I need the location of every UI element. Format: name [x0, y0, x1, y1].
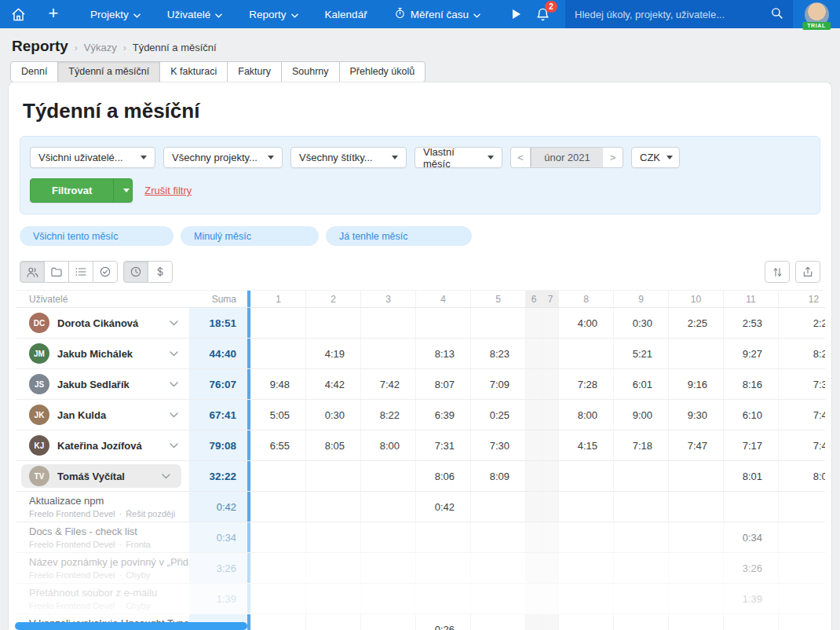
quick-filter-vsichni-tento-mesic[interactable]: Všichni tento měsíc	[20, 226, 173, 246]
breadcrumb-item[interactable]: Výkazy	[84, 42, 117, 53]
task-name-cell: Aktualizace npmFreelo Frontend Devel·Řeš…	[16, 492, 189, 522]
nav-item-projekty[interactable]: Projekty	[77, 0, 154, 28]
filter-button-label: Filtrovat	[31, 179, 113, 202]
tab-tydenni-a-mesicni[interactable]: Týdenní a měsíční	[57, 61, 160, 82]
expand-chevron-icon[interactable]	[170, 351, 178, 357]
time-cell	[525, 339, 542, 368]
expand-chevron-icon[interactable]	[170, 443, 178, 449]
group-by-tasks-button[interactable]	[93, 261, 118, 283]
task-title[interactable]: Docs & Files - check list	[29, 526, 189, 537]
time-cell	[668, 522, 723, 552]
task-title[interactable]: Název poznámky je povinný v „Přidat ...	[29, 556, 189, 568]
users-filter-select[interactable]: Všichni uživatelé...	[30, 147, 155, 168]
user-row[interactable]: JMJakub Michálek44:404:198:138:235:219:2…	[16, 339, 825, 369]
tags-filter-select[interactable]: Všechny štítky...	[290, 147, 407, 168]
time-cell	[360, 553, 415, 583]
avatar: JK	[29, 405, 49, 425]
tab-prehledy-ukolu[interactable]: Přehledy úkolů	[339, 61, 426, 82]
expand-chevron-icon[interactable]	[170, 320, 178, 326]
breadcrumb-root[interactable]: Reporty	[12, 38, 68, 55]
chevron-down-icon	[215, 9, 222, 20]
user-row[interactable]: KJKateřina Jozífová79:086:558:058:007:31…	[16, 430, 825, 461]
time-cell: 6:10	[723, 400, 778, 430]
time-cell	[525, 522, 542, 552]
filter-panel: Všichni uživatelé... Všechny projekty...…	[20, 136, 820, 214]
create-new-button[interactable]: +	[36, 0, 71, 28]
tab-denni[interactable]: Denní	[10, 61, 58, 82]
time-cell: 5:21	[613, 339, 668, 368]
user-row[interactable]: TVTomáš Vyčítal32:228:068:098:018:06	[16, 461, 825, 492]
search-input[interactable]	[575, 9, 770, 20]
nav-item-reporty[interactable]: Reporty	[236, 0, 311, 28]
expand-chevron-icon[interactable]	[170, 382, 178, 387]
user-row[interactable]: JSJakub Sedlařík76:079:484:427:428:077:0…	[16, 369, 825, 400]
time-cell: 7:45	[778, 400, 825, 430]
prev-month-button[interactable]: <	[510, 147, 531, 168]
nav-item-kalendar[interactable]: Kalendář	[312, 0, 381, 28]
nav-item-label: Měření času	[411, 9, 469, 20]
play-timer-icon[interactable]	[505, 0, 528, 28]
page-title: Týdenní a měsíční	[23, 99, 831, 123]
time-cell	[542, 308, 558, 338]
time-cell	[723, 492, 778, 522]
expand-chevron-icon[interactable]	[170, 412, 178, 418]
projects-filter-select[interactable]: Všechny projekty...	[163, 147, 283, 168]
subtitle-dot: ·	[119, 540, 122, 549]
task-title[interactable]: Aktualizace npm	[29, 495, 189, 507]
sort-button[interactable]	[765, 261, 790, 283]
nav-item-uzivatele[interactable]: Uživatelé	[154, 0, 236, 28]
time-cell	[305, 492, 360, 522]
home-icon[interactable]	[0, 0, 36, 28]
breadcrumb-item[interactable]: Týdenní a měsíční	[133, 42, 217, 53]
notifications-bell-icon[interactable]: 2	[529, 0, 556, 28]
time-cell	[778, 492, 825, 522]
money-mode-button[interactable]	[148, 261, 173, 283]
expand-chevron-icon[interactable]	[162, 474, 170, 479]
search-bar[interactable]	[565, 0, 793, 28]
currency-value: CZK	[640, 152, 660, 163]
user-name-inner: TVTomáš Vyčítal	[21, 464, 181, 488]
time-cell	[613, 492, 668, 522]
filter-button[interactable]: Filtrovat	[30, 178, 133, 203]
nav-item-label: Kalendář	[325, 9, 367, 20]
time-cell	[542, 492, 558, 522]
time-cell: 8:00	[558, 400, 613, 430]
user-name: Jakub Sedlařík	[57, 379, 130, 390]
time-cell	[360, 522, 415, 552]
time-cell	[305, 553, 360, 583]
user-row[interactable]: JKJan Kulda67:415:050:308:226:390:258:00…	[16, 400, 825, 430]
time-cell	[305, 522, 360, 552]
group-by-projects-button[interactable]	[44, 261, 69, 283]
time-cell	[470, 553, 525, 583]
tab-faktury[interactable]: Faktury	[227, 61, 282, 82]
task-title[interactable]: Přetáhnout soubor z e-mailu	[29, 587, 189, 599]
next-month-button[interactable]: >	[603, 147, 623, 168]
horizontal-scrollbar-thumb[interactable]	[15, 622, 247, 630]
time-cell	[542, 584, 558, 614]
day-column-header: 3	[360, 291, 415, 307]
time-mode-button[interactable]	[123, 261, 148, 283]
group-by-users-button[interactable]	[20, 261, 45, 283]
day-column-header: 5	[470, 291, 525, 307]
day-column-header: 9	[613, 291, 668, 307]
search-icon[interactable]	[770, 6, 783, 22]
tab-k-fakturaci[interactable]: K fakturaci	[159, 61, 228, 82]
group-by-lists-button[interactable]	[68, 261, 93, 283]
quick-filter-ja-tenhle-mesic[interactable]: Já tenhle měsíc	[326, 226, 472, 246]
time-cell: 4:15	[558, 430, 613, 460]
reset-filters-link[interactable]: Zrušit filtry	[144, 185, 192, 196]
task-subtitle: Freelo Frontend Devel·Řešit později	[29, 509, 189, 518]
period-filter-select[interactable]: Vlastní měsíc	[415, 147, 502, 168]
export-button[interactable]	[795, 261, 820, 283]
time-cell: 8:09	[470, 461, 525, 491]
tab-souhrny[interactable]: Souhrny	[281, 61, 340, 82]
currency-select[interactable]: CZK	[631, 147, 680, 168]
time-cell	[525, 492, 542, 522]
time-cell	[613, 584, 668, 614]
quick-filter-minuly-mesic[interactable]: Minulý měsíc	[181, 226, 319, 246]
filter-button-caret[interactable]	[113, 179, 132, 202]
nav-item-mereni-casu[interactable]: Měření času	[381, 0, 494, 28]
user-row[interactable]: DCDorota Cikánová18:514:000:302:252:532:…	[16, 308, 825, 339]
user-avatar[interactable]: TRIAL	[793, 0, 840, 28]
time-cell	[360, 614, 415, 630]
